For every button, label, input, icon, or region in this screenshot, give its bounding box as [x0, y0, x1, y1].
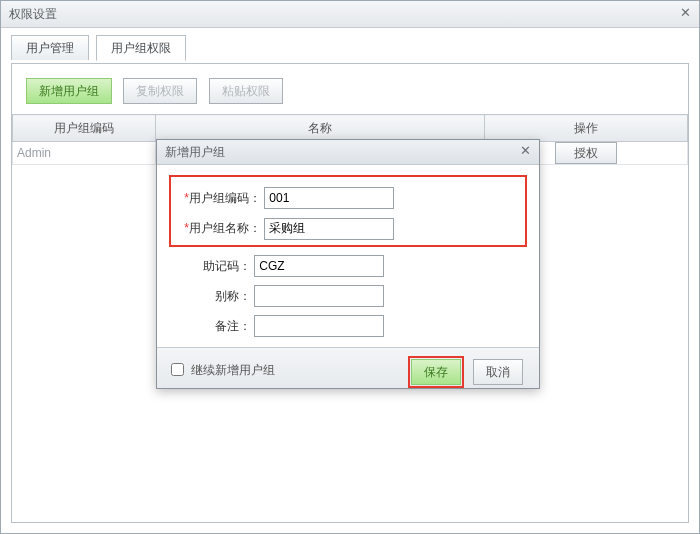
copy-permission-button[interactable]: 复制权限 — [123, 78, 197, 104]
col-header-code: 用户组编码 — [13, 115, 156, 142]
dialog-titlebar: 新增用户组 ✕ — [157, 140, 539, 165]
row-remark: 备注： — [169, 311, 527, 341]
required-fields-highlight: *用户组编码： *用户组名称： — [169, 175, 527, 247]
label-usergroup-code: *用户组编码： — [179, 183, 261, 213]
input-usergroup-name[interactable] — [264, 218, 394, 240]
continue-add-checkbox-wrap[interactable]: 继续新增用户组 — [167, 360, 275, 379]
label-remark: 备注： — [169, 311, 251, 341]
footer-buttons: 保存 取消 — [408, 356, 529, 388]
row-mnemonic: 助记码： — [169, 251, 527, 281]
window-titlebar: 权限设置 ✕ — [1, 1, 699, 28]
add-usergroup-dialog: 新增用户组 ✕ *用户组编码： *用户组名称： 助记码： 别称： — [156, 139, 540, 389]
label-alias: 别称： — [169, 281, 251, 311]
paste-permission-button[interactable]: 粘贴权限 — [209, 78, 283, 104]
tab-user-manage[interactable]: 用户管理 — [11, 35, 89, 60]
row-usergroup-code: *用户组编码： — [179, 183, 517, 213]
window-title: 权限设置 — [9, 7, 57, 21]
app-window: 权限设置 ✕ 用户管理 用户组权限 新增用户组 复制权限 粘贴权限 用户组编码 … — [0, 0, 700, 534]
row-alias: 别称： — [169, 281, 527, 311]
row-usergroup-name: *用户组名称： — [179, 213, 517, 243]
dialog-body: *用户组编码： *用户组名称： 助记码： 别称： 备注： — [157, 165, 539, 347]
dialog-footer: 继续新增用户组 保存 取消 — [157, 347, 539, 388]
continue-add-label: 继续新增用户组 — [191, 363, 275, 377]
continue-add-checkbox[interactable] — [171, 363, 184, 376]
col-header-name: 名称 — [156, 115, 485, 142]
window-close-icon[interactable]: ✕ — [677, 5, 693, 21]
tab-usergroup-perm[interactable]: 用户组权限 — [96, 35, 186, 61]
toolbar: 新增用户组 复制权限 粘贴权限 — [12, 64, 688, 114]
save-button-highlight: 保存 — [408, 356, 464, 388]
input-usergroup-code[interactable] — [264, 187, 394, 209]
input-mnemonic[interactable] — [254, 255, 384, 277]
col-header-op: 操作 — [485, 115, 688, 142]
save-button[interactable]: 保存 — [411, 359, 461, 385]
authorize-button[interactable]: 授权 — [555, 142, 617, 164]
label-usergroup-name: *用户组名称： — [179, 213, 261, 243]
input-alias[interactable] — [254, 285, 384, 307]
cancel-button[interactable]: 取消 — [473, 359, 523, 385]
add-usergroup-button[interactable]: 新增用户组 — [26, 78, 112, 104]
tab-strip: 用户管理 用户组权限 — [1, 28, 699, 64]
cell-code: Admin — [13, 142, 156, 165]
dialog-close-icon[interactable]: ✕ — [517, 143, 533, 159]
dialog-title: 新增用户组 — [165, 145, 225, 159]
label-mnemonic: 助记码： — [169, 251, 251, 281]
input-remark[interactable] — [254, 315, 384, 337]
